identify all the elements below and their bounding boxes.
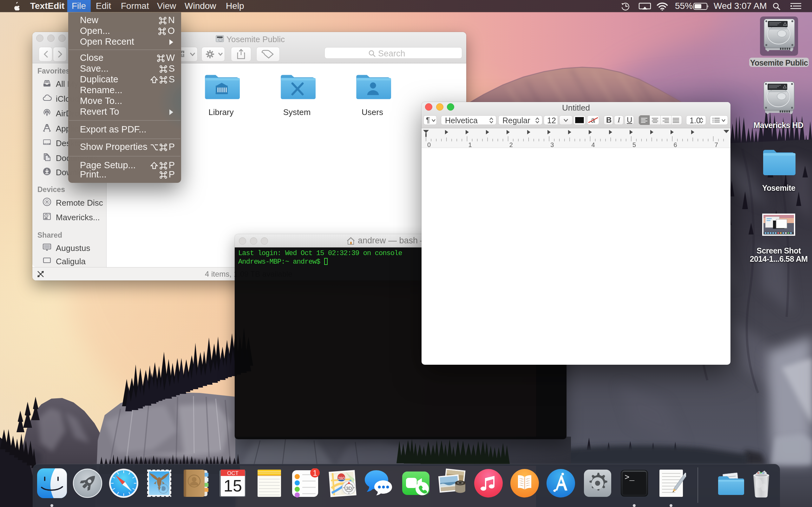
svg-text:6: 6 — [673, 141, 677, 148]
svg-text:1: 1 — [313, 469, 317, 477]
svg-text:0: 0 — [427, 141, 431, 148]
svg-text:280: 280 — [338, 476, 345, 481]
svg-text:4: 4 — [592, 141, 595, 148]
svg-text:1: 1 — [468, 141, 472, 148]
svg-text:5: 5 — [632, 141, 636, 148]
svg-text:2: 2 — [509, 141, 513, 148]
svg-text:OCT: OCT — [227, 470, 239, 476]
svg-text:7: 7 — [715, 141, 718, 148]
svg-text:>_: >_ — [624, 473, 635, 482]
svg-text:3D: 3D — [346, 486, 352, 491]
svg-text:15: 15 — [223, 476, 242, 495]
svg-text:3: 3 — [550, 141, 554, 148]
